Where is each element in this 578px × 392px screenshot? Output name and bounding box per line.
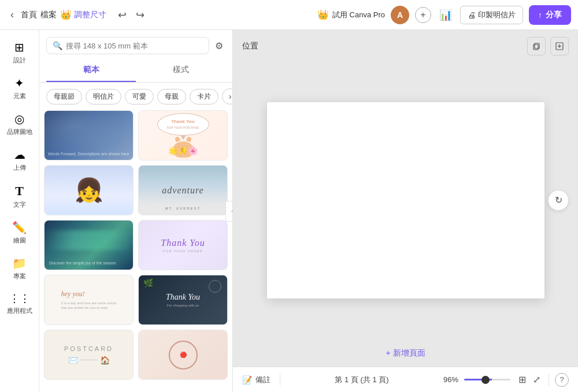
- add-team-button[interactable]: +: [415, 7, 431, 23]
- template-text: Discover the simple joy of the season: [49, 261, 128, 265]
- sidebar-item-text[interactable]: T 文字: [2, 179, 37, 214]
- redo-button[interactable]: ↪: [132, 8, 148, 23]
- apps-icon: ⋮⋮: [9, 292, 30, 305]
- template-text: Words Forward, Descriptions are shown he…: [48, 151, 129, 156]
- nav-left-group: ‹ 首頁 檔案 👑 調整尺寸 ↩ ↪: [7, 6, 148, 23]
- list-item[interactable]: hey you! It is a day and here are some w…: [44, 275, 134, 325]
- leaf-icon: 🌿: [143, 278, 153, 288]
- text-icon: T: [15, 184, 24, 199]
- template-text: Thank YouFOR YOUR PURCHASE: [167, 119, 199, 130]
- chip-mothers-day[interactable]: 母親節: [46, 89, 82, 104]
- projects-icon: 📁: [12, 256, 27, 270]
- list-item[interactable]: adventure MT. EVEREST: [138, 165, 228, 215]
- chip-postcard[interactable]: 明信片: [86, 89, 121, 104]
- list-item[interactable]: Thank You FOR YOUR ORDER: [138, 220, 228, 270]
- list-item[interactable]: Thank YouFOR YOUR PURCHASE 😺 🌟✨�: [138, 110, 228, 160]
- filter-chips: 母親節 明信片 可愛 母親 卡片 ›: [39, 83, 232, 110]
- templates-row: Words Forward, Descriptions are shown he…: [44, 110, 228, 160]
- canvas-actions: [527, 37, 569, 55]
- share-icon: ↑: [538, 10, 542, 20]
- tab-styles[interactable]: 樣式: [136, 59, 225, 82]
- refresh-button[interactable]: ↻: [548, 190, 569, 211]
- resize-icon: 👑: [60, 9, 72, 20]
- panel-tabs: 範本 樣式: [39, 59, 232, 83]
- view-toggle: ⊞ ⤢: [516, 372, 543, 387]
- templates-row: hey you! It is a day and here are some w…: [44, 275, 228, 325]
- position-label: 位置: [242, 41, 258, 51]
- list-item[interactable]: Discover the simple joy of the season: [44, 220, 134, 270]
- bottom-bar: 📝 備註 第 1 頁 (共 1 頁) 96% ⊞ ⤢ ?: [233, 367, 578, 392]
- template-subtext: For shopping with us: [167, 304, 199, 307]
- list-item[interactable]: POSTCARD ✉️ 🏠: [44, 330, 134, 380]
- list-item[interactable]: 🌿 Thank You For shopping with us: [138, 275, 228, 325]
- search-bar: 🔍 ⚙: [39, 30, 232, 59]
- nav-right-group: 👑 試用 Canva Pro A + 📊 🖨 印製明信片 ↑ 分享: [317, 5, 571, 25]
- sidebar-item-apps[interactable]: ⋮⋮ 應用程式: [2, 288, 37, 320]
- canvas-wrapper: ↻: [233, 60, 578, 340]
- file-button[interactable]: 檔案: [40, 10, 57, 20]
- resize-button[interactable]: 👑 調整尺寸: [60, 9, 106, 20]
- analytics-button[interactable]: 📊: [437, 6, 454, 24]
- undo-redo-group: ↩ ↪: [114, 8, 148, 23]
- sidebar-item-elements[interactable]: ✦ 元素: [2, 72, 37, 105]
- search-input[interactable]: [66, 42, 203, 50]
- search-input-wrapper: 🔍: [46, 37, 209, 54]
- divider: [549, 374, 549, 386]
- zoom-level: 96%: [443, 375, 458, 384]
- top-navigation: ‹ 首頁 檔案 👑 調整尺寸 ↩ ↪ 👑 試用 Canva Pro A + 📊 …: [0, 0, 578, 30]
- sidebar-item-draw[interactable]: ✏️ 繪圖: [2, 216, 37, 249]
- sidebar-item-brand[interactable]: ◎ 品牌圖地: [2, 107, 37, 141]
- upload-icon: ☁: [14, 148, 25, 162]
- avatar[interactable]: A: [391, 6, 409, 24]
- list-item[interactable]: 👧: [44, 165, 134, 215]
- chip-cute[interactable]: 可愛: [125, 89, 154, 104]
- filter-button[interactable]: ⚙: [213, 38, 225, 54]
- chip-card[interactable]: 卡片: [190, 89, 218, 104]
- template-text: hey you!: [61, 290, 85, 298]
- zoom-controls: 96% ⊞ ⤢ ?: [443, 372, 569, 387]
- panel-hide-button[interactable]: ‹: [225, 201, 233, 222]
- home-button[interactable]: 首頁: [21, 10, 37, 20]
- template-subtext: It is a day and here are some wordsthat …: [61, 301, 116, 311]
- template-text: 🔴: [169, 341, 198, 369]
- print-button[interactable]: 🖨 印製明信片: [460, 6, 523, 24]
- share-button[interactable]: ↑ 分享: [529, 5, 571, 25]
- list-item[interactable]: 🔴: [138, 330, 228, 380]
- grid-view-button[interactable]: ⊞: [516, 372, 528, 387]
- main-layout: ⊞ 設計 ✦ 元素 ◎ 品牌圖地 ☁ 上傳 T 文字 ✏️ 繪圖 📁 專案 ⋮⋮: [0, 30, 578, 392]
- templates-row: POSTCARD ✉️ 🏠 🔴: [44, 330, 228, 380]
- fit-view-button[interactable]: ⤢: [531, 372, 543, 387]
- svg-rect-1: [535, 43, 539, 48]
- tab-templates[interactable]: 範本: [46, 59, 136, 82]
- add-page-button[interactable]: + 新增頁面: [233, 340, 578, 367]
- svg-rect-0: [533, 44, 538, 50]
- sidebar-item-upload[interactable]: ☁ 上傳: [2, 143, 37, 177]
- duplicate-page-button[interactable]: [527, 37, 546, 55]
- canva-pro-button[interactable]: 👑 試用 Canva Pro: [317, 9, 385, 20]
- chip-more-button[interactable]: ›: [222, 88, 232, 104]
- add-element-button[interactable]: [550, 37, 569, 55]
- canvas-right-tools: ↻: [548, 190, 569, 211]
- sidebar-icons: ⊞ 設計 ✦ 元素 ◎ 品牌圖地 ☁ 上傳 T 文字 ✏️ 繪圖 📁 專案 ⋮⋮: [0, 30, 39, 392]
- list-item[interactable]: Words Forward, Descriptions are shown he…: [44, 110, 134, 160]
- design-icon: ⊞: [14, 40, 24, 54]
- templates-grid: Words Forward, Descriptions are shown he…: [39, 110, 232, 392]
- crown-icon: 👑: [317, 9, 329, 20]
- help-button[interactable]: ?: [555, 373, 569, 387]
- sidebar-item-projects[interactable]: 📁 專案: [2, 252, 37, 285]
- template-text: POSTCARD: [64, 345, 113, 352]
- elements-icon: ✦: [14, 76, 24, 90]
- chip-mother[interactable]: 母親: [157, 89, 186, 104]
- page-info: 第 1 頁 (共 1 頁): [290, 375, 434, 385]
- back-button[interactable]: ‹: [7, 6, 17, 23]
- template-subtext: MT. EVEREST: [165, 207, 201, 210]
- templates-row: 👧 adventure MT. EVEREST: [44, 165, 228, 215]
- undo-button[interactable]: ↩: [114, 8, 130, 23]
- canvas-document[interactable]: [267, 102, 544, 298]
- notes-icon[interactable]: 📝: [242, 375, 252, 384]
- templates-panel: 🔍 ⚙ 範本 樣式 母親節 明信片 可愛 母親 卡片 › Words: [39, 30, 233, 392]
- sidebar-item-design[interactable]: ⊞ 設計: [2, 36, 37, 69]
- notes-label: 備註: [255, 375, 271, 385]
- zoom-slider[interactable]: [464, 379, 510, 380]
- notes-section: 📝 備註: [242, 375, 271, 385]
